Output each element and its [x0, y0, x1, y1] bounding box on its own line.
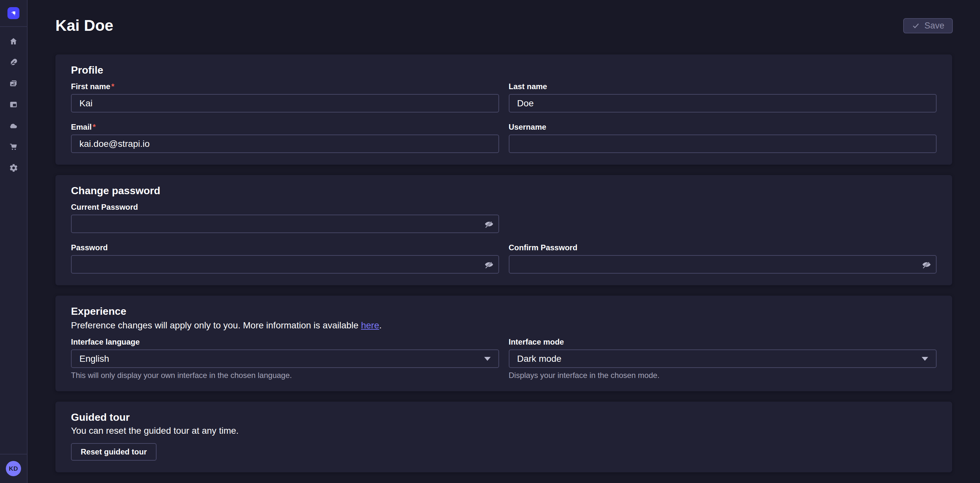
layout-icon — [9, 100, 18, 109]
interface-language-value: English — [80, 354, 109, 364]
save-button-label: Save — [924, 21, 944, 31]
interface-language-field-group: Interface language English This will onl… — [71, 338, 499, 379]
page-header: Kai Doe Save — [28, 0, 980, 35]
current-password-field-group: Current Password — [71, 203, 499, 233]
toggle-new-password-visibility-button[interactable] — [482, 258, 496, 271]
profile-card: Profile First name* Last name Email* — [56, 54, 952, 165]
toggle-current-password-visibility-button[interactable] — [482, 217, 496, 231]
guided-tour-card: Guided tour You can reset the guided tou… — [56, 402, 952, 472]
last-name-field-group: Last name — [509, 82, 937, 113]
interface-language-label: Interface language — [71, 338, 499, 346]
cloud-icon — [9, 121, 18, 130]
username-input[interactable] — [509, 134, 937, 153]
reset-guided-tour-button[interactable]: Reset guided tour — [71, 443, 156, 461]
save-button[interactable]: Save — [903, 18, 953, 33]
home-icon — [9, 37, 18, 46]
experience-card-title: Experience — [71, 306, 937, 316]
settings-content: Profile First name* Last name Email* — [28, 35, 980, 472]
email-field-group: Email* — [71, 123, 499, 153]
confirm-password-field-group: Confirm Password — [509, 244, 937, 274]
interface-mode-value: Dark mode — [517, 354, 562, 364]
last-name-input[interactable] — [509, 94, 937, 113]
confirm-password-input[interactable] — [509, 255, 937, 274]
new-password-label: Password — [71, 244, 499, 252]
experience-card: Experience Preference changes will apply… — [56, 296, 952, 391]
avatar-initials: KD — [9, 465, 18, 472]
first-name-input[interactable] — [71, 94, 499, 113]
logo-section — [0, 0, 27, 27]
interface-mode-select[interactable]: Dark mode — [509, 349, 937, 368]
required-asterisk: * — [93, 123, 95, 131]
new-password-field-group: Password — [71, 244, 499, 274]
interface-language-hint: This will only display your own interfac… — [71, 371, 499, 379]
new-password-input[interactable] — [71, 255, 499, 274]
email-input[interactable] — [71, 134, 499, 153]
images-icon — [9, 79, 18, 88]
strapi-admin-app: KD Kai Doe Save Profile First name* — [0, 0, 980, 483]
interface-language-select[interactable]: English — [71, 349, 499, 368]
first-name-label: First name* — [71, 82, 499, 91]
change-password-title: Change password — [71, 185, 937, 196]
change-password-card: Change password Current Password — [56, 175, 952, 285]
sidebar-item-deploy[interactable] — [0, 115, 27, 136]
sidebar-item-content-type-builder[interactable] — [0, 94, 27, 115]
guided-tour-title: Guided tour — [71, 412, 937, 422]
current-password-label: Current Password — [71, 203, 499, 211]
main-content: Kai Doe Save Profile First name* Las — [28, 0, 980, 483]
sidebar-nav — [0, 31, 27, 178]
experience-form: Interface language English This will onl… — [71, 338, 937, 379]
main-nav-sidebar: KD — [0, 0, 27, 483]
feather-icon — [9, 58, 18, 67]
eye-off-icon — [922, 266, 931, 270]
profile-form: First name* Last name Email* Username — [71, 82, 937, 153]
username-field-group: Username — [509, 123, 937, 153]
email-label: Email* — [71, 123, 499, 131]
experience-description: Preference changes will apply only to yo… — [71, 320, 937, 331]
sidebar-item-media-library[interactable] — [0, 73, 27, 94]
interface-mode-field-group: Interface mode Dark mode Displays your i… — [509, 338, 937, 379]
first-name-field-group: First name* — [71, 82, 499, 113]
username-label: Username — [509, 123, 937, 131]
grid-spacer — [509, 203, 937, 233]
profile-card-title: Profile — [71, 65, 937, 75]
page-title: Kai Doe — [56, 16, 113, 35]
password-form: Current Password — [71, 203, 937, 274]
chevron-down-icon — [922, 357, 928, 361]
interface-mode-label: Interface mode — [509, 338, 937, 346]
last-name-label: Last name — [509, 82, 937, 91]
sidebar-footer: KD — [0, 454, 27, 483]
required-asterisk: * — [111, 82, 114, 91]
strapi-logo-icon — [10, 9, 18, 17]
interface-mode-hint: Displays your interface in the chosen mo… — [509, 371, 937, 379]
chevron-down-icon — [484, 357, 491, 361]
sidebar-item-content-manager[interactable] — [0, 52, 27, 73]
strapi-logo-button[interactable] — [8, 7, 19, 19]
sidebar-item-home[interactable] — [0, 31, 27, 52]
eye-off-icon — [484, 225, 494, 230]
sidebar-item-settings[interactable] — [0, 157, 27, 178]
sidebar-item-marketplace[interactable] — [0, 136, 27, 157]
more-information-link[interactable]: here — [361, 320, 379, 330]
cart-icon — [9, 142, 18, 151]
confirm-password-label: Confirm Password — [509, 244, 937, 252]
gear-icon — [9, 163, 18, 172]
user-avatar[interactable]: KD — [6, 461, 21, 476]
toggle-confirm-password-visibility-button[interactable] — [920, 258, 933, 271]
eye-off-icon — [484, 266, 494, 270]
check-icon — [912, 21, 920, 30]
guided-tour-description: You can reset the guided tour at any tim… — [71, 426, 937, 436]
current-password-input[interactable] — [71, 215, 499, 233]
